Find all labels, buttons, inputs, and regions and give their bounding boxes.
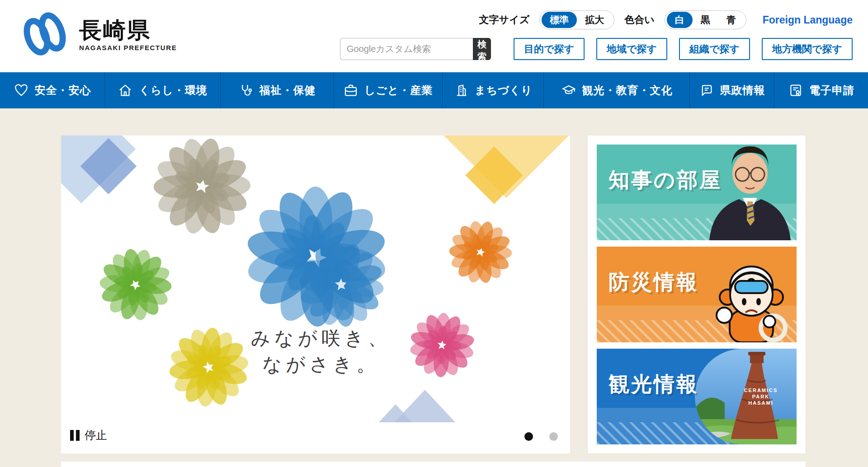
slogan-line-1: みなが咲き、	[235, 325, 407, 351]
certificate-icon	[788, 83, 803, 98]
sidebar-banner-list: 知事の部屋 防災情報	[588, 135, 806, 453]
banner-title: 防災情報	[609, 268, 699, 296]
nav-item-prefectural-information[interactable]: 県政情報	[689, 72, 774, 108]
banner-disaster-information[interactable]: 防災情報	[597, 247, 797, 342]
building-icon	[453, 83, 469, 98]
graduation-cap-icon	[561, 83, 576, 98]
nav-item-safety[interactable]: 安全・安心	[0, 72, 104, 108]
banner-title: 観光情報	[609, 370, 699, 398]
carousel-dot-2[interactable]	[549, 432, 558, 441]
color-scheme-toggle: 白 黒 青	[665, 10, 746, 29]
nav-item-welfare-health[interactable]: 福祉・保健	[220, 72, 333, 108]
browse-by-region-button[interactable]: 地域で探す	[596, 38, 667, 60]
nav-item-label: 安全・安心	[35, 83, 91, 98]
house-icon	[118, 83, 133, 98]
speech-bubble-icon	[699, 83, 714, 98]
color-option-white[interactable]: 白	[667, 12, 693, 28]
font-size-option-large[interactable]: 拡大	[577, 12, 612, 28]
nagasaki-prefecture-homepage: 長崎県 NAGASAKI PREFECTURE 文字サイズ 標準 拡大 色合い …	[0, 0, 868, 467]
nav-item-label: 電子申請	[809, 83, 854, 98]
color-scheme-label: 色合い	[624, 13, 655, 27]
photo-caption-line: CERAMICS	[744, 388, 778, 393]
nav-item-label: まちづくり	[475, 83, 533, 98]
font-size-label: 文字サイズ	[479, 13, 530, 27]
banner-governors-room[interactable]: 知事の部屋	[597, 145, 797, 240]
carousel-dot-1[interactable]	[524, 432, 533, 441]
search-and-quicklinks-row: 検索 目的で探す 地域で探す 組織で探す 地方機関で探す	[340, 38, 853, 60]
carousel-flower-artwork	[61, 135, 570, 453]
carousel-pause-button[interactable]: 停止	[70, 428, 107, 443]
nav-item-label: 観光・教育・文化	[582, 83, 673, 98]
tourism-photo: CERAMICS PARK HASAMI	[695, 349, 797, 444]
font-size-option-standard[interactable]: 標準	[542, 12, 577, 28]
site-search: 検索	[340, 38, 491, 60]
color-option-black[interactable]: 黒	[693, 12, 718, 28]
nav-item-label: 福祉・保健	[259, 83, 316, 98]
nav-item-living-environment[interactable]: くらし・環境	[104, 72, 220, 108]
next-section-peek	[61, 462, 806, 467]
logo-text: 長崎県 NAGASAKI PREFECTURE	[79, 19, 177, 51]
browse-by-local-agency-button[interactable]: 地方機関で探す	[762, 38, 853, 60]
foreign-language-link[interactable]: Foreign Language	[763, 14, 853, 26]
main-navigation: 安全・安心 くらし・環境 福祉・保健 しごと・産業	[0, 72, 868, 108]
browse-by-purpose-button[interactable]: 目的で探す	[514, 38, 585, 60]
site-logo[interactable]: 長崎県 NAGASAKI PREFECTURE	[19, 10, 177, 60]
main-content: みなが咲き、 ながさき。 停止 知事の部屋	[0, 108, 868, 467]
browse-by-organization-button[interactable]: 組織で探す	[679, 38, 750, 60]
stethoscope-icon	[238, 83, 254, 98]
color-option-blue[interactable]: 青	[718, 12, 744, 28]
photo-caption-line: HASAMI	[748, 400, 773, 406]
hero-carousel[interactable]: みなが咲き、 ながさき。 停止	[61, 135, 570, 453]
nav-item-electronic-application[interactable]: 電子申請	[774, 72, 868, 108]
nav-item-town-planning[interactable]: まちづくり	[442, 72, 543, 108]
carousel-slogan: みなが咲き、 ながさき。	[235, 325, 407, 378]
logo-title: 長崎県	[79, 19, 177, 42]
banner-tourism-information[interactable]: 観光情報	[597, 349, 797, 444]
nagasaki-logo-icon	[19, 10, 73, 60]
pause-icon	[70, 430, 80, 441]
carousel-dots	[524, 432, 558, 441]
nav-item-work-industry[interactable]: しごと・産業	[333, 72, 442, 108]
search-input[interactable]	[340, 38, 473, 60]
nav-item-label: しごと・産業	[364, 83, 433, 98]
slogan-line-2: ながさき。	[235, 351, 407, 378]
font-size-toggle: 標準 拡大	[539, 10, 614, 29]
nav-item-tourism-education-culture[interactable]: 観光・教育・文化	[543, 72, 689, 108]
banner-title: 知事の部屋	[609, 166, 722, 194]
logo-subtitle: NAGASAKI PREFECTURE	[79, 44, 177, 51]
nav-item-label: 県政情報	[720, 83, 765, 98]
search-button[interactable]: 検索	[473, 38, 491, 60]
briefcase-icon	[343, 83, 359, 98]
accessibility-controls: 文字サイズ 標準 拡大 色合い 白 黒 青 Foreign Language	[479, 10, 853, 30]
nav-item-label: くらし・環境	[139, 83, 208, 98]
photo-caption-line: PARK	[752, 394, 769, 399]
pause-label: 停止	[85, 428, 107, 443]
heart-icon	[14, 83, 29, 98]
disaster-mascot	[702, 247, 797, 342]
site-header: 長崎県 NAGASAKI PREFECTURE 文字サイズ 標準 拡大 色合い …	[0, 0, 868, 72]
